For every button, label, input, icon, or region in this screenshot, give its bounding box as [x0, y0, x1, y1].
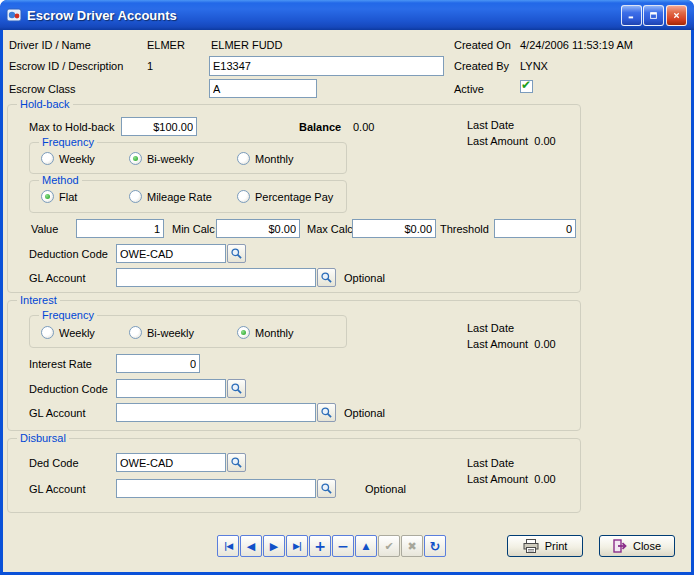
interest-deduction-code-lookup-button[interactable]: [227, 379, 246, 398]
threshold-input[interactable]: [494, 219, 576, 238]
holdback-frequency-weekly-radio[interactable]: Weekly: [41, 152, 95, 165]
close-icon: [673, 10, 680, 21]
holdback-gl-account-label: GL Account: [29, 272, 85, 285]
min-calc-label: Min Calc: [172, 223, 215, 236]
method-mileage-rate-radio[interactable]: Mileage Rate: [129, 190, 212, 203]
close-window-button[interactable]: [666, 5, 687, 26]
max-calc-label: Max Calc: [307, 223, 353, 236]
holdback-last-amount-label: Last Amount: [467, 135, 528, 147]
radio-circle-selected: [129, 152, 142, 165]
min-calc-input[interactable]: [216, 219, 300, 238]
maximize-button[interactable]: [643, 5, 664, 26]
disbursal-gl-account-input[interactable]: [116, 479, 316, 498]
radio-label: Weekly: [59, 327, 95, 339]
interest-deduction-code-label: Deduction Code: [29, 383, 108, 396]
ded-code-lookup-button[interactable]: [227, 453, 246, 472]
interest-frequency-title: Frequency: [39, 309, 97, 322]
active-checkbox[interactable]: ✔: [520, 80, 533, 93]
disbursal-last-amount-value: 0.00: [534, 473, 555, 485]
created-by-label: Created By: [454, 60, 509, 73]
app-icon[interactable]: [6, 7, 22, 23]
radio-circle: [41, 152, 54, 165]
interest-rate-label: Interest Rate: [29, 358, 92, 371]
holdback-group-title: Hold-back: [17, 98, 73, 111]
nav-insert-button[interactable]: +: [309, 535, 331, 557]
escrow-description-input[interactable]: [209, 56, 444, 76]
balance-label: Balance: [299, 121, 341, 134]
escrow-driver-accounts-window: Escrow Driver Accounts Driver ID / Name …: [0, 0, 694, 575]
radio-circle: [129, 326, 142, 339]
max-to-holdback-input[interactable]: [121, 117, 197, 136]
ded-code-input[interactable]: [116, 453, 226, 472]
nav-edit-button[interactable]: ▲: [355, 535, 377, 557]
interest-rate-input[interactable]: [116, 354, 200, 373]
holdback-frequency-title: Frequency: [39, 136, 97, 149]
nav-refresh-button[interactable]: ↻: [424, 535, 446, 557]
interest-last-amount: Last Amount 0.00: [467, 338, 556, 351]
form-body: Driver ID / Name ELMER ELMER FUDD Create…: [3, 30, 691, 572]
interest-frequency-monthly-radio[interactable]: Monthly: [237, 326, 294, 339]
nav-last-button[interactable]: ▶|: [286, 535, 308, 557]
radio-label: Mileage Rate: [147, 191, 212, 203]
value-label: Value: [31, 223, 58, 236]
magnifier-icon: [320, 271, 333, 284]
escrow-class-input[interactable]: [209, 79, 317, 98]
holdback-last-amount-value: 0.00: [534, 135, 555, 147]
interest-gl-account-lookup-button[interactable]: [317, 403, 336, 422]
active-label: Active: [454, 83, 484, 96]
threshold-label: Threshold: [440, 223, 489, 236]
radio-circle: [129, 190, 142, 203]
radio-circle: [41, 326, 54, 339]
interest-optional-label: Optional: [344, 407, 385, 420]
holdback-frequency-biweekly-radio[interactable]: Bi-weekly: [129, 152, 194, 165]
close-button[interactable]: Close: [599, 535, 675, 557]
driver-id-value: ELMER: [147, 39, 185, 52]
minimize-button[interactable]: [621, 5, 642, 26]
maximize-icon: [650, 10, 657, 21]
radio-label: Monthly: [255, 327, 294, 339]
method-flat-radio[interactable]: Flat: [41, 190, 77, 203]
holdback-last-date-label: Last Date: [467, 119, 514, 132]
interest-last-amount-label: Last Amount: [467, 338, 528, 350]
window-title: Escrow Driver Accounts: [27, 8, 177, 23]
created-by-value: LYNX: [520, 60, 548, 73]
radio-circle: [237, 190, 250, 203]
magnifier-icon: [230, 456, 243, 469]
interest-frequency-biweekly-radio[interactable]: Bi-weekly: [129, 326, 194, 339]
print-button-label: Print: [545, 540, 568, 552]
disbursal-last-amount-label: Last Amount: [467, 473, 528, 485]
created-on-label: Created On: [454, 39, 511, 52]
magnifier-icon: [320, 406, 333, 419]
value-input[interactable]: [76, 219, 164, 238]
interest-gl-account-input[interactable]: [116, 403, 316, 422]
radio-label: Bi-weekly: [147, 153, 194, 165]
print-button[interactable]: Print: [507, 535, 583, 557]
minimize-icon: [628, 10, 635, 21]
nav-cancel-button[interactable]: ✖: [401, 535, 423, 557]
radio-label: Weekly: [59, 153, 95, 165]
nav-delete-button[interactable]: −: [332, 535, 354, 557]
nav-post-button[interactable]: ✔: [378, 535, 400, 557]
method-percentage-pay-radio[interactable]: Percentage Pay: [237, 190, 333, 203]
exit-door-icon: [613, 539, 627, 553]
radio-circle: [237, 152, 250, 165]
radio-label: Flat: [59, 191, 77, 203]
holdback-optional-label: Optional: [344, 272, 385, 285]
holdback-deduction-code-lookup-button[interactable]: [227, 244, 246, 263]
nav-first-button[interactable]: |◀: [217, 535, 239, 557]
interest-deduction-code-input[interactable]: [116, 379, 226, 398]
holdback-method-title: Method: [39, 174, 82, 187]
balance-value: 0.00: [353, 121, 374, 134]
nav-next-button[interactable]: ▶: [263, 535, 285, 557]
escrow-id-description-label: Escrow ID / Description: [9, 60, 123, 73]
radio-circle-selected: [41, 190, 54, 203]
nav-prior-button[interactable]: ◀: [240, 535, 262, 557]
holdback-gl-account-lookup-button[interactable]: [317, 268, 336, 287]
printer-icon: [523, 539, 539, 553]
interest-frequency-weekly-radio[interactable]: Weekly: [41, 326, 95, 339]
holdback-gl-account-input[interactable]: [116, 268, 316, 287]
max-calc-input[interactable]: [352, 219, 436, 238]
disbursal-gl-account-lookup-button[interactable]: [317, 479, 336, 498]
holdback-frequency-monthly-radio[interactable]: Monthly: [237, 152, 294, 165]
holdback-deduction-code-input[interactable]: [116, 244, 226, 263]
